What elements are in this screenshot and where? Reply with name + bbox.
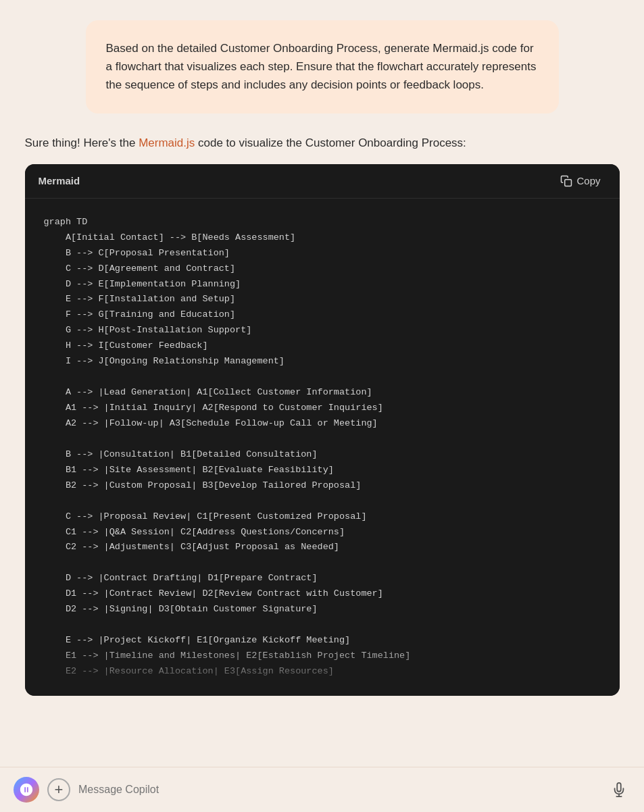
main-container: Based on the detailed Customer Onboardin… <box>0 20 644 716</box>
mic-icon <box>612 782 626 797</box>
add-icon: + <box>55 781 64 798</box>
code-block-header: Mermaid Copy <box>25 164 620 199</box>
code-content[interactable]: graph TD A[Initial Contact] --> B[Needs … <box>25 199 620 696</box>
copilot-logo-icon <box>19 782 34 797</box>
assistant-intro-suffix: code to visualize the Customer Onboardin… <box>195 136 466 149</box>
mermaid-link[interactable]: Mermaid.js <box>139 136 195 149</box>
add-button[interactable]: + <box>47 778 70 801</box>
copy-button[interactable]: Copy <box>555 172 605 190</box>
code-text: graph TD A[Initial Contact] --> B[Needs … <box>44 215 601 680</box>
copilot-logo <box>14 777 39 803</box>
user-message-bubble: Based on the detailed Customer Onboardin… <box>86 20 559 113</box>
mic-button[interactable] <box>608 778 630 801</box>
code-block-container: Mermaid Copy graph TD A[Initial Contact]… <box>25 164 620 696</box>
copy-icon <box>560 175 572 187</box>
copy-button-label: Copy <box>576 175 600 186</box>
input-bar: + <box>0 767 644 812</box>
message-input[interactable] <box>78 784 599 796</box>
svg-rect-0 <box>565 180 572 186</box>
code-block-label: Mermaid <box>39 175 80 186</box>
assistant-intro: Sure thing! Here's the Mermaid.js code t… <box>25 134 620 152</box>
user-message-text: Based on the detailed Customer Onboardin… <box>106 39 539 95</box>
assistant-intro-prefix: Sure thing! Here's the <box>25 136 139 149</box>
